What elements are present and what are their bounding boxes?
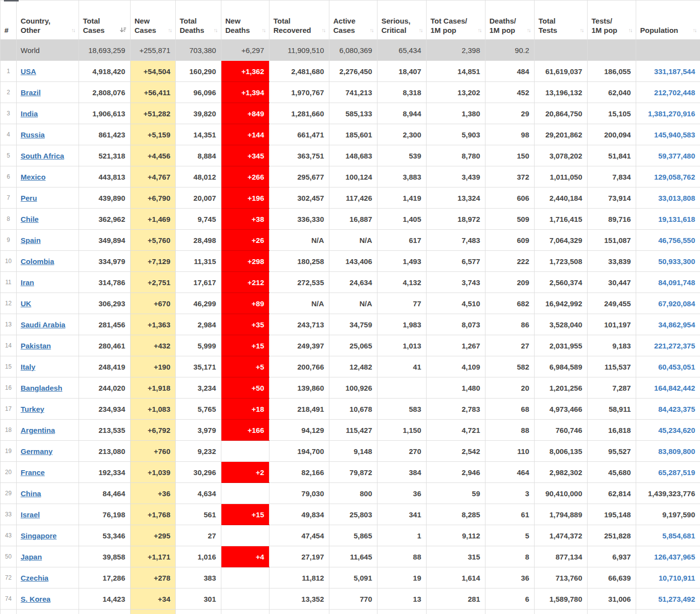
population-link[interactable]: 67,920,084 — [658, 299, 695, 308]
population-link[interactable]: 129,058,762 — [654, 173, 695, 181]
total-cases-cell: 53,346 — [79, 525, 131, 546]
new-cases-cell: +36 — [131, 483, 176, 504]
population-link[interactable]: 164,842,442 — [654, 384, 695, 392]
world-total-row: World18,693,259+255,871703,380+6,29711,9… — [0, 40, 700, 61]
total-recovered-cell: 194,700 — [269, 441, 329, 462]
new-deaths-cell: +89 — [221, 293, 269, 314]
serious-critical-cell: 617 — [377, 230, 427, 251]
country-link[interactable]: S. Korea — [21, 595, 51, 603]
column-header-label: 1M pop — [592, 26, 618, 35]
population-link[interactable]: 126,437,965 — [654, 553, 695, 561]
new-cases-cell: +34 — [131, 588, 176, 610]
new-cases-cell: +1,469 — [131, 209, 176, 230]
population-link[interactable]: 59,377,480 — [658, 152, 695, 160]
rank-cell: 33 — [0, 504, 17, 525]
population-link[interactable]: 1,381,270,916 — [648, 109, 695, 118]
population-link[interactable]: 65,287,519 — [658, 468, 695, 477]
active-cases-cell: 34,759 — [329, 314, 377, 335]
column-header-total-cases[interactable]: TotalCases — [79, 0, 131, 40]
country-link[interactable]: Bangladesh — [21, 384, 62, 392]
country-link[interactable]: Turkey — [21, 405, 44, 413]
column-header-total-deaths[interactable]: TotalDeaths↑↓ — [176, 0, 221, 40]
tests-per-1m-cell: 62,814 — [588, 483, 636, 504]
new-deaths-cell: +1,394 — [221, 82, 269, 103]
new-deaths-cell: +196 — [221, 187, 269, 209]
population-link[interactable]: 33,013,808 — [658, 194, 695, 202]
population-link[interactable]: 5,854,681 — [662, 532, 695, 540]
population-value: 1,439,323,776 — [648, 489, 695, 498]
column-header-serious-critical[interactable]: Serious,Critical↑↓ — [377, 0, 427, 40]
total-tests-cell: 90,410,000 — [535, 483, 588, 504]
country-link[interactable]: USA — [21, 67, 36, 76]
country-link[interactable]: Iran — [21, 278, 34, 287]
new-deaths-cell: +1,362 — [221, 61, 269, 82]
country-link[interactable]: Mexico — [21, 173, 46, 181]
country-link[interactable]: Russia — [21, 131, 45, 139]
tests-per-1m-cell: 30,447 — [588, 272, 636, 293]
population-link[interactable]: 221,272,375 — [654, 342, 695, 350]
population-cell: 221,272,375 — [636, 335, 700, 356]
column-header-country[interactable]: Country,Other↑↓ — [17, 0, 79, 40]
table-row: 11Iran314,786+2,75117,617+212272,53524,6… — [0, 272, 700, 293]
country-link[interactable]: Brazil — [21, 88, 41, 97]
population-link[interactable]: 331,187,544 — [654, 67, 695, 76]
country-link[interactable]: Italy — [21, 363, 35, 371]
population-link[interactable]: 84,091,748 — [658, 278, 695, 287]
rank-cell: 15 — [0, 356, 17, 377]
active-cases-cell: 770 — [329, 588, 377, 610]
cases-per-1m-cell: 2,946 — [427, 462, 485, 483]
population-link[interactable]: 84,423,375 — [658, 405, 695, 413]
table-row: 4Russia861,423+5,15914,351+144661,471185… — [0, 124, 700, 145]
new-cases-cell: +1,768 — [131, 504, 176, 525]
population-link[interactable]: 83,809,800 — [658, 447, 695, 455]
country-link[interactable]: Germany — [21, 447, 53, 455]
population-link[interactable]: 51,273,492 — [658, 595, 695, 603]
country-link[interactable]: Pakistan — [21, 342, 51, 350]
column-header-total-tests[interactable]: TotalTests↑↓ — [535, 0, 588, 40]
population-link[interactable]: 145,940,583 — [654, 131, 695, 139]
population-link[interactable]: 45,234,620 — [658, 426, 695, 434]
population-cell: 51,273,492 — [636, 588, 700, 610]
total-tests-cell: 713,760 — [535, 567, 588, 588]
population-link[interactable]: 19,131,618 — [658, 215, 695, 223]
column-header-active-cases[interactable]: ActiveCases↑↓ — [329, 0, 377, 40]
country-link[interactable]: India — [21, 109, 38, 118]
total-tests-cell: 2,031,955 — [535, 335, 588, 356]
country-link[interactable]: China — [21, 489, 41, 498]
column-header-deaths-per-1m[interactable]: Deaths/1M pop↑↓ — [485, 0, 535, 40]
deaths-per-1m-cell: 222 — [485, 251, 535, 272]
country-link[interactable]: France — [21, 468, 45, 477]
country-link[interactable]: Spain — [21, 236, 41, 244]
table-row: 17Turkey234,934+1,0835,765+18218,49110,6… — [0, 399, 700, 420]
country-link[interactable]: Singapore — [21, 532, 56, 540]
country-link[interactable]: Argentina — [21, 426, 55, 434]
column-header-tests-per-1m[interactable]: Tests/1M pop↑↓ — [588, 0, 636, 40]
column-header-new-cases[interactable]: NewCases↑↓ — [131, 0, 176, 40]
column-header-new-deaths[interactable]: NewDeaths↑↓ — [221, 0, 269, 40]
country-link[interactable]: Saudi Arabia — [21, 320, 65, 329]
country-link[interactable]: UK — [21, 299, 31, 308]
country-link[interactable]: Chile — [21, 215, 39, 223]
population-link[interactable]: 212,702,448 — [654, 88, 695, 97]
rank-cell: 1 — [0, 61, 17, 82]
country-cell: Colombia — [17, 251, 79, 272]
population-link[interactable]: 50,933,300 — [658, 257, 695, 266]
country-link[interactable]: Colombia — [21, 257, 54, 266]
column-header-label: Cases — [333, 26, 355, 35]
population-cell: 1,439,323,776 — [636, 483, 700, 504]
population-link[interactable]: 10,710,911 — [659, 574, 695, 582]
population-link[interactable]: 34,862,954 — [658, 320, 695, 329]
header-row: #Country,Other↑↓TotalCasesNewCases↑↓Tota… — [0, 0, 700, 40]
population-link[interactable]: 60,453,051 — [658, 363, 695, 371]
country-link[interactable]: Japan — [21, 553, 42, 561]
column-header-cases-per-1m[interactable]: Tot Cases/1M pop↑↓ — [427, 0, 485, 40]
country-link[interactable]: Peru — [21, 194, 37, 202]
population-cell: 10,710,911 — [636, 567, 700, 588]
deaths-per-1m-cell: 8 — [485, 546, 535, 567]
column-header-population[interactable]: Population↑↓ — [636, 0, 700, 40]
column-header-total-recovered[interactable]: TotalRecovered↑↓ — [269, 0, 329, 40]
country-link[interactable]: Czechia — [21, 574, 49, 582]
country-link[interactable]: South Africa — [21, 152, 64, 160]
population-link[interactable]: 46,756,550 — [658, 236, 695, 244]
country-link[interactable]: Israel — [21, 510, 40, 519]
